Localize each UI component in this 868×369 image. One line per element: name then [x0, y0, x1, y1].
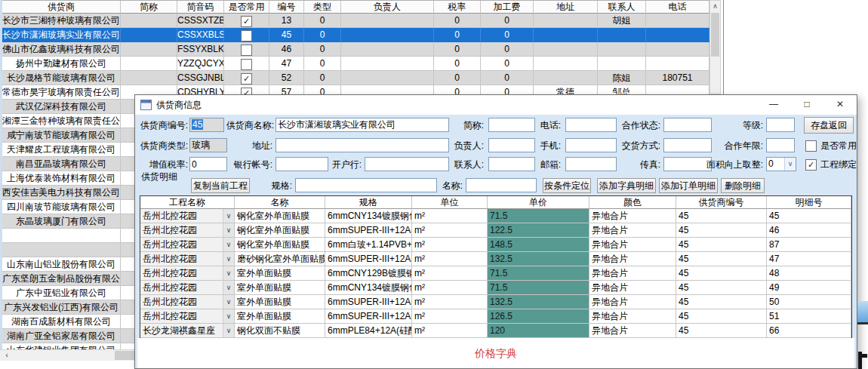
detail-cell[interactable]: 45 [676, 266, 767, 281]
coop-years-input[interactable] [766, 138, 795, 152]
minimize-button[interactable]: — [757, 95, 790, 115]
grade-input[interactable] [766, 118, 795, 132]
detail-cell[interactable]: 71.5 [488, 281, 589, 295]
chevron-down-icon[interactable]: ∨ [223, 324, 234, 337]
phone-input[interactable] [565, 118, 617, 132]
detail-cell[interactable]: 120 [488, 324, 589, 338]
detail-cell[interactable]: 46 [767, 223, 851, 238]
project-name-combo[interactable]: 岳州北控花园∨ [140, 266, 235, 281]
detail-cell[interactable]: 6mmSUPER-III+12A(硅... [325, 295, 412, 309]
detail-cell[interactable]: m² [412, 324, 488, 338]
supplier-cell-manager[interactable] [341, 42, 434, 57]
detail-cell[interactable]: 异地合片 [589, 252, 676, 266]
supplier-cell-id[interactable]: 52 [269, 71, 304, 85]
save-return-button[interactable]: 存盘返回 [804, 117, 854, 134]
maximize-button[interactable]: □ [790, 95, 823, 115]
detail-cell[interactable]: 66 [767, 324, 851, 338]
detail-cell[interactable]: 钢化室外单面贴膜 [235, 238, 325, 252]
supplier-cell-id[interactable]: 46 [269, 42, 304, 57]
supplier-cell-supplier[interactable]: 上海优泰装饰材料有限公司 [2, 171, 121, 186]
detail-row[interactable]: 岳州北控花园∨室外单面贴膜6mmSUPER-III+12A(硅...m²132.… [140, 295, 851, 309]
supplier-type-input[interactable] [189, 138, 227, 152]
detail-cell[interactable]: m² [412, 309, 488, 324]
detail-cell[interactable]: 126.5 [488, 309, 589, 324]
chevron-down-icon[interactable]: ∨ [223, 281, 234, 294]
supplier-cell-contact[interactable]: 胡姐 [598, 14, 646, 28]
supplier-row[interactable]: 长沙晟格节能玻璃有限公司CSSGJNBLYXGS✓52000陈姐180751 [2, 71, 709, 85]
supplier-row[interactable]: 长沙市潇湘玻璃实业有限公司CSSXXBLSY...45000 [2, 28, 709, 42]
detail-row[interactable]: 岳州北控花园∨钢化室外单面贴膜6mmCNY134镀膜钢化m²71.5异地合片45… [140, 209, 851, 223]
chevron-down-icon[interactable]: ∨ [223, 223, 234, 237]
detail-cell[interactable]: 45 [676, 309, 767, 324]
supplier-cell-supplier[interactable]: 湖南广亚全铝家居有限公司 [2, 329, 121, 343]
bank-input[interactable] [365, 157, 449, 171]
detail-cell[interactable]: m² [412, 266, 488, 281]
supplier-cell-abbr[interactable] [121, 57, 177, 71]
supplier-cell-fee[interactable]: 0 [481, 28, 534, 42]
manager-input[interactable] [488, 138, 535, 152]
supplier-cell-supplier[interactable]: 咸宁南玻节能玻璃有限公司 [2, 128, 121, 143]
detail-cell[interactable]: 6mmCNY134镀膜钢化 [325, 209, 412, 223]
supplier-cell-manager[interactable] [341, 28, 434, 42]
address-input[interactable] [275, 138, 449, 152]
grid-column-header-0[interactable]: 工程名称 [140, 196, 235, 209]
dialog-titlebar[interactable]: 供货商信息 — □ ✕ [135, 95, 857, 115]
supplier-cell-id[interactable]: 13 [269, 14, 304, 28]
supplier-cell-id[interactable]: 47 [269, 57, 304, 71]
supplier-cell-addr[interactable] [534, 28, 598, 42]
scroll-left-icon[interactable]: ‹ [2, 350, 12, 361]
supplier-cell-tax[interactable]: 0 [434, 28, 481, 42]
supplier-cell-supplier[interactable]: 湘潭三金特种玻璃有限责任公司 [2, 114, 121, 128]
supplier-cell-tax[interactable]: 0 [434, 57, 481, 71]
supplier-cell-contact[interactable] [598, 42, 646, 57]
supplier-cell-supplier[interactable]: 常德市昊宇玻璃有限责任公司 [2, 85, 121, 100]
chevron-down-icon[interactable]: ∨ [223, 266, 234, 280]
supplier-cell-contact[interactable] [598, 28, 646, 42]
supplier-cell-abbr[interactable] [121, 28, 177, 42]
column-header-7[interactable]: 税率 [434, 1, 481, 14]
grid-column-header-5[interactable]: 颜色 [589, 196, 676, 209]
supplier-cell-abbr[interactable] [121, 42, 177, 57]
supplier-cell-supplier[interactable]: 南昌亚晶玻璃有限公司 [2, 157, 121, 171]
supplier-cell-fee[interactable]: 0 [481, 42, 534, 57]
detail-cell[interactable]: 室外单面贴膜 [235, 295, 325, 309]
supplier-cell-phone[interactable] [646, 57, 709, 71]
project-name-combo[interactable]: 岳州北控花园∨ [140, 281, 235, 295]
detail-cell[interactable]: 6mmSUPER-III+12A(硅... [325, 223, 412, 238]
vat-input[interactable] [189, 157, 227, 171]
detail-cell[interactable]: 132.5 [488, 295, 589, 309]
column-header-2[interactable]: 简音码 [177, 1, 224, 14]
supplier-cell-code[interactable]: CSSXXBLSY... [177, 28, 224, 42]
supplier-cell-supplier[interactable]: 扬州中勤建材有限公司 [2, 57, 121, 71]
detail-cell[interactable]: 异地合片 [589, 281, 676, 295]
detail-cell[interactable]: 异地合片 [589, 266, 676, 281]
supplier-cell-addr[interactable] [534, 57, 598, 71]
chevron-down-icon[interactable]: ∨ [223, 238, 234, 251]
supplier-name-input[interactable] [275, 118, 449, 132]
grid-column-header-6[interactable]: 供货商编号 [676, 196, 767, 209]
common-checkbox[interactable] [241, 45, 252, 56]
detail-cell[interactable]: 钢化双面不贴膜 [235, 324, 325, 338]
column-header-11[interactable]: 电话 [646, 1, 709, 14]
supplier-cell-common[interactable]: ✓ [224, 14, 269, 28]
supplier-cell-supplier[interactable] [2, 243, 121, 257]
supplier-cell-addr[interactable] [534, 42, 598, 57]
spec-filter-input[interactable] [295, 178, 437, 192]
supplier-cell-supplier[interactable]: 广东坚朗五金制品股份有限公司 [2, 272, 121, 286]
supplier-cell-type[interactable]: 0 [304, 71, 341, 85]
copy-current-project-button[interactable]: 复制当前工程 [191, 178, 250, 193]
project-name-combo[interactable]: 长沙龙湖祺鑫星座∨ [140, 324, 235, 338]
area-round-select[interactable]: 0 ∨ [766, 157, 796, 171]
detail-cell[interactable]: 45 [676, 295, 767, 309]
supplier-cell-phone[interactable] [646, 14, 709, 28]
detail-cell[interactable]: 异地合片 [589, 309, 676, 324]
supplier-cell-supplier[interactable]: 天津耀皮工程玻璃有限公司 [2, 143, 121, 157]
email-input[interactable] [565, 157, 617, 171]
supplier-row[interactable]: 扬州中勤建材有限公司YZZQJCYXGS47000 [2, 57, 709, 71]
detail-cell[interactable]: 45 [676, 209, 767, 223]
supplier-row[interactable]: 长沙市三湘特种玻璃有限公司CSSSXTZBL...✓13000胡姐 [2, 14, 709, 28]
supplier-cell-manager[interactable] [341, 57, 434, 71]
supplier-cell-abbr[interactable] [121, 14, 177, 28]
supplier-cell-addr[interactable] [534, 14, 598, 28]
detail-cell[interactable]: 6mmSUPER-III+12A(硅... [325, 252, 412, 266]
